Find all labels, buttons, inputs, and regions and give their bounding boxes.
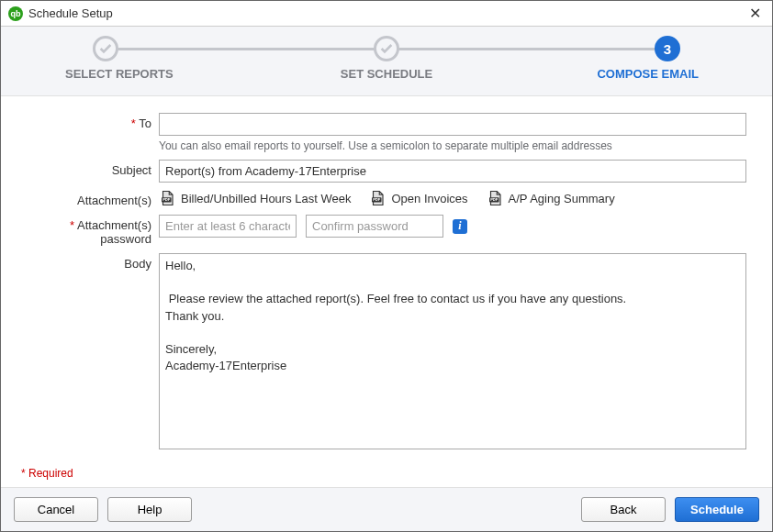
window-title: Schedule Setup — [28, 6, 113, 20]
attachment-name: Billed/Unbilled Hours Last Week — [181, 192, 351, 205]
app-icon: qb — [8, 6, 23, 21]
schedule-button[interactable]: Schedule — [675, 497, 759, 522]
password-label: * Attachment(s) password — [21, 215, 159, 246]
attachment-name: Open Invoices — [391, 192, 467, 205]
pdf-icon: PDF — [159, 190, 175, 206]
pdf-icon: PDF — [369, 190, 386, 206]
step-select-reports[interactable] — [93, 36, 118, 61]
close-icon[interactable]: ✕ — [745, 5, 765, 22]
schedule-setup-dialog: qb Schedule Setup ✕ 3 SELECT REPORTS SET… — [0, 0, 773, 532]
attachment-item: PDF Open Invoices — [369, 190, 467, 206]
titlebar: qb Schedule Setup ✕ — [1, 1, 772, 27]
form-content: * To You can also email reports to yours… — [1, 96, 772, 487]
attachment-item: PDF Billed/Unbilled Hours Last Week — [159, 190, 351, 206]
wizard-stepper: 3 SELECT REPORTS SET SCHEDULE COMPOSE EM… — [1, 27, 772, 96]
to-input[interactable] — [159, 113, 746, 136]
attachment-item: PDF A/P Aging Summary — [487, 190, 615, 206]
back-button[interactable]: Back — [581, 497, 666, 522]
check-icon — [379, 41, 394, 56]
subject-input[interactable] — [159, 160, 746, 183]
svg-text:PDF: PDF — [162, 197, 171, 202]
pdf-icon: PDF — [487, 190, 503, 206]
attachment-name: A/P Aging Summary — [509, 192, 615, 205]
subject-label: Subject — [21, 160, 159, 183]
body-textarea[interactable] — [159, 253, 746, 449]
to-label: * To — [21, 113, 159, 152]
info-icon[interactable]: i — [453, 219, 467, 234]
body-label: Body — [21, 253, 159, 454]
dialog-footer: Cancel Help Back Schedule — [1, 487, 772, 531]
password-confirm-input[interactable] — [306, 215, 443, 238]
step-label-3: COMPOSE EMAIL — [533, 67, 699, 81]
step-label-2: SET SCHEDULE — [313, 67, 460, 81]
required-note: * Required — [21, 461, 752, 480]
step-connector — [398, 48, 656, 50]
step-compose-email[interactable]: 3 — [655, 36, 680, 61]
help-button[interactable]: Help — [107, 497, 192, 522]
step-label-1: SELECT REPORTS — [65, 67, 240, 81]
password-input[interactable] — [159, 215, 297, 238]
step-number: 3 — [655, 36, 680, 61]
svg-text:PDF: PDF — [374, 197, 382, 202]
attachments-label: Attachment(s) — [21, 190, 159, 207]
check-icon — [98, 41, 113, 56]
svg-text:PDF: PDF — [490, 197, 499, 202]
cancel-button[interactable]: Cancel — [14, 497, 98, 522]
to-helper: You can also email reports to yourself. … — [159, 139, 752, 152]
step-set-schedule[interactable] — [374, 36, 399, 61]
step-connector — [117, 48, 375, 50]
